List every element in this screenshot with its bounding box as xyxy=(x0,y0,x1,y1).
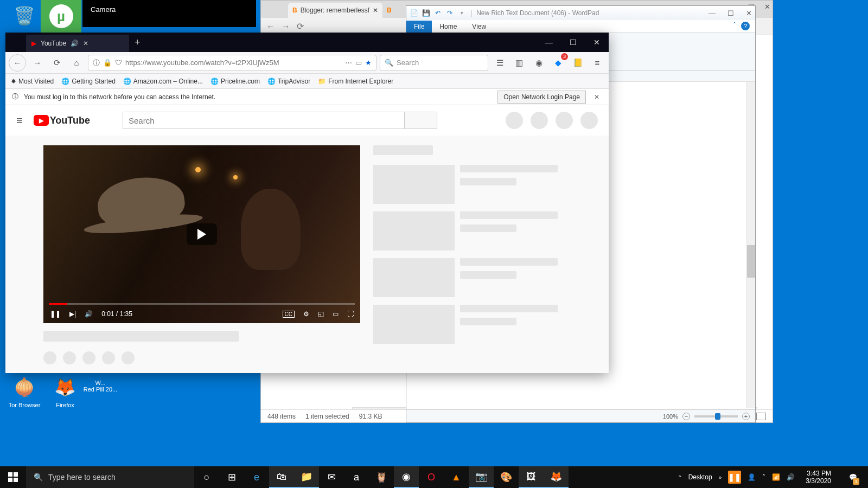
reload-icon[interactable]: ⟳ xyxy=(297,21,304,31)
amazon-icon[interactable]: a xyxy=(344,466,369,488)
tray-people-icon[interactable]: 👤 xyxy=(748,473,756,481)
close-button[interactable]: ✕ xyxy=(764,3,770,11)
camera-icon[interactable]: 📷 xyxy=(469,466,494,488)
settings-gear-icon[interactable]: ⚙ xyxy=(303,310,309,318)
cc-button[interactable]: CC xyxy=(283,311,295,318)
utorrent-window-icon[interactable]: µ xyxy=(41,0,81,33)
big-play-button[interactable] xyxy=(187,223,217,245)
start-button[interactable] xyxy=(0,466,26,488)
desktop-toolbar[interactable]: Desktop xyxy=(688,473,712,481)
dismiss-button[interactable]: ✕ xyxy=(591,93,602,101)
ribbon-collapse-icon[interactable]: ˆ xyxy=(733,22,736,30)
fullscreen-button[interactable]: ⛶ xyxy=(347,310,354,318)
maximize-button[interactable]: ☐ xyxy=(727,9,734,17)
close-button[interactable]: ✕ xyxy=(585,33,609,52)
url-bar[interactable]: ⓘ 🔒 🛡 https://www.youtube.com/watch?v=t2… xyxy=(88,55,376,71)
chrome-icon[interactable]: ◉ xyxy=(394,466,419,488)
mail-icon[interactable]: ✉ xyxy=(319,466,344,488)
volume-button[interactable]: 🔊 xyxy=(85,310,93,318)
hamburger-icon[interactable]: ≡ xyxy=(16,114,23,127)
youtube-logo[interactable]: ▶YouTube xyxy=(34,115,90,126)
firefox-taskbar-icon[interactable]: 🦊 xyxy=(544,466,569,488)
bookmark-most-visited[interactable]: ✸Most Visited xyxy=(11,78,54,85)
shield-icon[interactable]: 🛡 xyxy=(115,59,122,67)
tray-network-icon[interactable]: 📶 xyxy=(772,473,780,481)
search-bar[interactable]: 🔍 Search xyxy=(380,55,488,71)
zoom-out-button[interactable]: − xyxy=(682,413,690,420)
youtube-search-button[interactable] xyxy=(404,112,437,129)
tray-volume-icon[interactable]: 🔊 xyxy=(787,473,795,481)
back-icon[interactable]: ← xyxy=(266,22,275,31)
close-icon[interactable]: ✕ xyxy=(373,7,378,14)
clock[interactable]: 3:43 PM3/3/2020 xyxy=(801,470,835,485)
library-icon[interactable]: ☰ xyxy=(492,55,508,71)
bookmark-ie-folder[interactable]: 📁From Internet Explorer xyxy=(318,78,393,85)
wordpad-vscroll[interactable] xyxy=(746,82,755,408)
tab-close-icon[interactable]: ✕ xyxy=(83,40,88,47)
reader-icon[interactable]: ▭ xyxy=(355,59,362,67)
new-tab-button[interactable]: + xyxy=(135,37,141,48)
opera-icon[interactable]: O xyxy=(419,466,444,488)
page-actions-icon[interactable]: ⋯ xyxy=(345,59,352,67)
open-login-button[interactable]: Open Network Login Page xyxy=(497,91,586,104)
bookmark-amazon[interactable]: 🌐Amazon.com – Online... xyxy=(123,78,203,85)
forward-button[interactable]: → xyxy=(29,55,46,71)
explorer-icon[interactable]: 📁 xyxy=(294,466,319,488)
tray-overflow-icon[interactable]: ⌃ xyxy=(678,474,682,480)
minimize-button[interactable]: — xyxy=(709,9,716,17)
maximize-button[interactable]: ☐ xyxy=(561,33,585,52)
youtube-search-input[interactable] xyxy=(123,112,404,129)
sidebar-icon[interactable]: ▥ xyxy=(511,55,527,71)
reload-button[interactable]: ⟳ xyxy=(49,55,65,71)
wordpad-titlebar[interactable]: 📄 💾 ↶ ↷ ▾ | New Rich Text Document (406)… xyxy=(406,6,755,20)
minimize-button[interactable]: — xyxy=(537,33,561,52)
miniplayer-button[interactable]: ◱ xyxy=(318,310,324,318)
ribbon-view-tab[interactable]: View xyxy=(464,21,494,33)
chrome-tab-blank[interactable]: B xyxy=(382,3,400,18)
cortana-icon[interactable]: ○ xyxy=(194,466,219,488)
save-icon[interactable]: 💾 xyxy=(422,9,430,17)
bookmark-star-icon[interactable]: ★ xyxy=(365,59,372,67)
ribbon-file-tab[interactable]: File xyxy=(406,21,432,33)
ribbon-home-tab[interactable]: Home xyxy=(432,21,464,33)
home-button[interactable]: ⌂ xyxy=(68,55,85,71)
help-icon[interactable]: ? xyxy=(741,22,750,30)
theater-button[interactable]: ▭ xyxy=(333,310,339,318)
action-center-icon[interactable]: 💬1 xyxy=(842,466,864,488)
video-player[interactable]: ❚❚ ▶| 🔊 0:01 / 1:35 CC ⚙ ◱ ▭ ⛶ xyxy=(43,145,360,323)
tray-app-icon[interactable]: ❚❚ xyxy=(728,471,741,484)
account-icon[interactable]: ◉ xyxy=(531,55,547,71)
task-view-icon[interactable]: ⊞ xyxy=(219,466,244,488)
qat-menu-icon[interactable]: ▾ xyxy=(457,9,466,17)
store-icon[interactable]: 🛍 xyxy=(269,466,294,488)
paint-icon[interactable]: 🎨 xyxy=(494,466,519,488)
edge-icon[interactable]: e xyxy=(244,466,269,488)
forward-icon[interactable]: → xyxy=(282,22,290,31)
firefox-tab-youtube[interactable]: ▶ YouTube 🔊 ✕ xyxy=(26,35,129,52)
zoom-slider[interactable] xyxy=(694,415,738,418)
redo-icon[interactable]: ↷ xyxy=(445,9,454,17)
bookmark-getting-started[interactable]: 🌐Getting Started xyxy=(61,78,116,85)
bookmark-priceline[interactable]: 🌐Priceline.com xyxy=(210,78,260,85)
chrome-tab-blogger[interactable]: B Blogger: rememberlessf ✕ xyxy=(288,3,382,18)
view-grid-icon[interactable] xyxy=(756,413,766,420)
bookmark-tripadvisor[interactable]: 🌐TripAdvisor xyxy=(267,78,310,85)
vlc-icon[interactable]: ▲ xyxy=(444,466,469,488)
close-button[interactable]: ✕ xyxy=(746,9,752,17)
pause-button[interactable]: ❚❚ xyxy=(50,310,61,318)
undo-icon[interactable]: ↶ xyxy=(433,9,442,17)
recycle-bin[interactable]: 🗑️ xyxy=(5,3,43,30)
next-button[interactable]: ▶| xyxy=(69,310,76,318)
tripadvisor-icon[interactable]: 🦉 xyxy=(369,466,394,488)
taskbar-search[interactable]: 🔍 Type here to search xyxy=(26,466,194,488)
onenote-icon[interactable]: 📒 xyxy=(570,55,586,71)
desktop-file[interactable]: W...Red Pill 20... xyxy=(79,380,122,393)
zoom-in-button[interactable]: + xyxy=(742,413,750,420)
tor-browser-shortcut[interactable]: 🧅Tor Browser xyxy=(5,374,43,408)
photos-icon[interactable]: 🖼 xyxy=(519,466,544,488)
youtube-search[interactable] xyxy=(123,112,437,129)
info-icon[interactable]: ⓘ xyxy=(93,58,100,68)
back-button[interactable]: ← xyxy=(9,54,26,72)
app-menu-button[interactable]: ≡ xyxy=(589,55,605,71)
tray-up-icon[interactable]: ˄ xyxy=(762,473,765,481)
